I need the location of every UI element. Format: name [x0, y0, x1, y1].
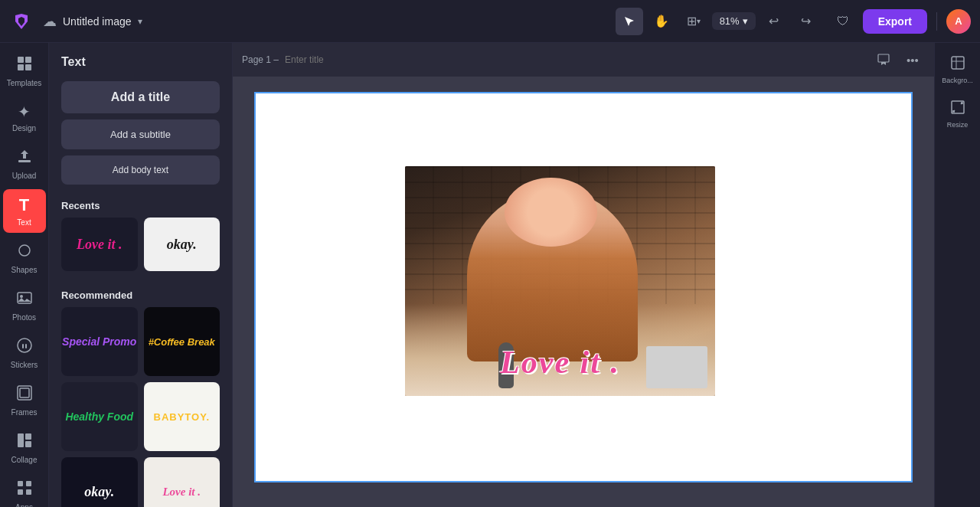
nav-sidebar: Templates ✦ Design Upload T Text Shapes — [0, 43, 49, 507]
design-icon: ✦ — [18, 103, 31, 121]
upload-icon — [16, 148, 33, 168]
sidebar-item-shapes[interactable]: Shapes — [3, 236, 46, 280]
sidebar-item-stickers-label: Stickers — [11, 361, 38, 369]
add-body-btn[interactable]: Add body text — [61, 155, 220, 185]
sidebar-item-apps[interactable]: Apps — [3, 473, 46, 507]
apps-icon — [16, 479, 33, 500]
svg-rect-18 — [952, 57, 964, 69]
text-panel: Text Add a title Add a subtitle Add body… — [49, 43, 233, 507]
sidebar-item-photos[interactable]: Photos — [3, 283, 46, 328]
collage-icon — [16, 432, 33, 453]
canvas-overlay-text[interactable]: Love it . — [500, 344, 620, 381]
canvas-page[interactable]: Love it . — [254, 92, 913, 482]
sidebar-item-stickers[interactable]: Stickers — [3, 331, 46, 375]
template-babytoy[interactable]: BABYTOY. — [144, 382, 220, 451]
sidebar-item-upload[interactable]: Upload — [3, 142, 46, 186]
svg-rect-10 — [18, 433, 24, 447]
loveit-card-text: Love it . — [162, 486, 201, 499]
svg-rect-9 — [20, 388, 29, 397]
svg-rect-3 — [25, 64, 31, 70]
recent-loveit[interactable]: Love it . — [61, 218, 138, 271]
template-healthy-food[interactable]: Healthy Food — [61, 382, 138, 451]
add-subtitle-btn[interactable]: Add a subtitle — [61, 119, 220, 149]
app-logo[interactable] — [9, 9, 34, 34]
zoom-level: 81% — [720, 15, 740, 27]
sidebar-item-design-label: Design — [12, 124, 36, 132]
shapes-icon — [16, 242, 33, 263]
svg-rect-17 — [878, 54, 889, 62]
canvas-image[interactable]: Love it . — [405, 166, 715, 396]
template-coffee-break[interactable]: #Coffee Break — [144, 307, 220, 376]
svg-rect-16 — [26, 489, 31, 495]
text-add-buttons: Add a title Add a subtitle Add body text — [49, 75, 232, 191]
background-icon — [950, 55, 965, 74]
templates-icon — [16, 55, 33, 76]
okay-dark-text: okay. — [84, 484, 114, 500]
resize-icon — [950, 100, 965, 119]
recommended-section-title: Recommended — [49, 280, 232, 307]
page-label: Page 1 – — [242, 54, 279, 65]
topbar-divider — [936, 12, 937, 31]
canvas-wrapper[interactable]: Love it . — [233, 77, 934, 507]
select-tool-btn[interactable] — [616, 8, 643, 35]
cloud-icon: ☁ — [43, 13, 57, 30]
background-btn[interactable]: Backgro... — [938, 49, 978, 90]
sidebar-item-templates[interactable]: Templates — [3, 49, 46, 93]
toolbar-tools: ✋ ⊞▾ 81% ▾ ↩ ↪ — [616, 8, 820, 35]
sidebar-item-collage-label: Collage — [11, 456, 38, 464]
zoom-control[interactable]: 81% ▾ — [712, 12, 756, 30]
topbar: ☁ Untitled image ▾ ✋ ⊞▾ 81% ▾ ↩ ↪ 🛡 Expo… — [0, 0, 980, 43]
sidebar-item-apps-label: Apps — [15, 503, 33, 507]
sidebar-item-photos-label: Photos — [12, 313, 36, 322]
svg-rect-12 — [25, 441, 31, 447]
sidebar-item-text-label: Text — [17, 218, 31, 227]
sidebar-item-frames-label: Frames — [11, 408, 38, 417]
redo-btn[interactable]: ↪ — [792, 8, 820, 35]
shield-btn[interactable]: 🛡 — [829, 8, 857, 35]
text-icon: T — [19, 195, 29, 215]
hand-tool-btn[interactable]: ✋ — [648, 8, 675, 35]
canvas-toolbar: Page 1 – ••• — [233, 43, 934, 77]
document-title[interactable]: Untitled image — [63, 15, 132, 28]
sidebar-item-collage[interactable]: Collage — [3, 426, 46, 470]
add-title-btn[interactable]: Add a title — [61, 81, 220, 113]
avatar[interactable]: A — [946, 9, 971, 34]
recent-okay[interactable]: okay. — [144, 218, 220, 271]
svg-rect-14 — [26, 481, 31, 486]
sidebar-item-design[interactable]: ✦ Design — [3, 96, 46, 139]
sidebar-item-shapes-label: Shapes — [11, 266, 38, 274]
special-promo-text: Special Promo — [62, 335, 136, 348]
svg-rect-11 — [25, 433, 31, 440]
sidebar-item-frames[interactable]: Frames — [3, 378, 46, 423]
right-panel: Backgro... Resize — [934, 43, 980, 507]
svg-rect-4 — [18, 160, 31, 162]
undo-btn[interactable]: ↩ — [760, 8, 788, 35]
title-chevron-icon[interactable]: ▾ — [138, 16, 142, 27]
main-area: Templates ✦ Design Upload T Text Shapes — [0, 43, 980, 507]
svg-point-7 — [20, 295, 23, 298]
panel-title: Text — [49, 43, 232, 75]
export-button[interactable]: Export — [863, 9, 927, 34]
svg-rect-0 — [18, 57, 24, 63]
sidebar-item-text[interactable]: T Text — [3, 189, 46, 233]
stickers-icon — [16, 337, 33, 358]
more-options-btn[interactable]: ••• — [900, 47, 925, 72]
template-okay[interactable]: okay. — [61, 457, 138, 507]
recent-okay-text: okay. — [167, 237, 197, 253]
svg-point-5 — [19, 245, 30, 256]
svg-rect-13 — [18, 481, 23, 486]
page-title-input[interactable] — [285, 54, 865, 65]
resize-btn[interactable]: Resize — [938, 93, 978, 135]
template-special-promo[interactable]: Special Promo — [61, 307, 138, 376]
photos-icon — [16, 289, 33, 310]
sidebar-item-templates-label: Templates — [7, 79, 42, 87]
template-loveit-card[interactable]: Love it . — [144, 457, 220, 507]
title-area: ☁ Untitled image ▾ — [43, 13, 606, 30]
recommended-grid: Special Promo #Coffee Break Healthy Food… — [49, 307, 232, 507]
sidebar-item-upload-label: Upload — [12, 172, 37, 180]
resize-label: Resize — [947, 121, 969, 129]
svg-rect-15 — [18, 489, 23, 495]
healthy-food-text: Healthy Food — [65, 411, 133, 423]
present-btn[interactable] — [871, 47, 896, 72]
view-options-btn[interactable]: ⊞▾ — [680, 8, 707, 35]
